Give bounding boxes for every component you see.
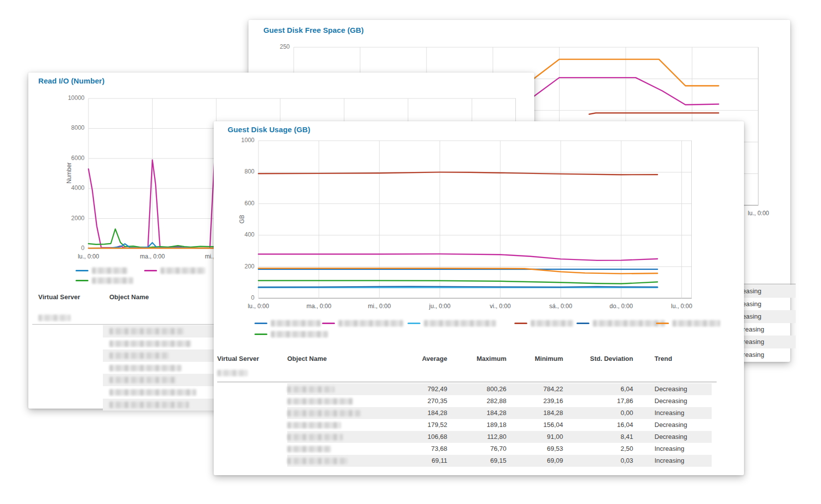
y-axis-tick: 250 xyxy=(267,43,290,50)
y-axis-tick: 8000 xyxy=(62,124,84,131)
column-header: Std. Deviation xyxy=(554,355,633,362)
legend-color-dash xyxy=(656,323,669,324)
redacted-legend-label xyxy=(593,320,665,327)
y-axis-tick: 10000 xyxy=(62,94,84,101)
redacted-object-name xyxy=(109,402,189,408)
legend-color-dash xyxy=(514,323,527,324)
legend-item xyxy=(408,320,496,327)
series-redacted-darkred xyxy=(589,113,719,114)
redacted-object-name xyxy=(287,446,331,452)
redacted-legend-label xyxy=(271,320,321,327)
trend-value: Increasing xyxy=(655,445,684,452)
redacted-legend-label xyxy=(92,267,128,274)
disk-usage-chart: 10008006004002000lu., 0:00ma., 0:00mi., … xyxy=(258,141,692,298)
y-axis-title: Number xyxy=(66,163,73,184)
data-table-row: 69,1169,1569,090,03Increasing xyxy=(287,455,712,467)
std_deviation-value: 2,50 xyxy=(578,445,633,452)
card-guest-disk-usage: Guest Disk Usage (GB) 10008006004002000l… xyxy=(214,121,744,475)
minimum-value: 69,09 xyxy=(508,457,563,464)
minimum-value: 784,22 xyxy=(508,385,563,393)
x-axis-tick: lu., 0:00 xyxy=(658,303,706,310)
minimum-value: 184,28 xyxy=(508,409,563,417)
column-header: Object Name xyxy=(287,355,327,362)
data-table-row: 792,49800,26784,226,04Decreasing xyxy=(287,383,712,395)
maximum-value: 76,70 xyxy=(452,445,506,452)
redacted-legend-label xyxy=(531,320,573,327)
card-title-disk-usage: Guest Disk Usage (GB) xyxy=(228,125,310,134)
legend-color-dash xyxy=(576,323,589,324)
legend-item xyxy=(76,277,134,284)
legend-item xyxy=(254,331,328,338)
trend-value: Increasing xyxy=(655,409,684,417)
y-axis-tick: 600 xyxy=(232,200,254,207)
legend-color-dash xyxy=(144,270,157,271)
data-table-row: 184,28184,28184,280,00Increasing xyxy=(287,407,712,419)
column-header: Trend xyxy=(655,355,672,362)
data-table-row: 106,68112,8091,008,41Decreasing xyxy=(287,431,712,443)
redacted-object-name xyxy=(109,328,184,335)
x-axis-tick: mi., 0:00 xyxy=(355,303,403,310)
x-axis-tick: ma., 0:00 xyxy=(295,303,343,310)
minimum-value: 69,53 xyxy=(508,445,563,452)
card-title-read-io: Read I/O (Number) xyxy=(38,77,104,85)
table-divider xyxy=(217,382,717,382)
maximum-value: 69,15 xyxy=(452,457,506,464)
redacted-object-name xyxy=(287,398,353,405)
x-axis-tick: ju., 0:00 xyxy=(416,303,464,310)
series-redacted-magenta xyxy=(513,78,719,105)
column-header: Object Name xyxy=(109,293,149,301)
std_deviation-value: 0,03 xyxy=(578,457,633,464)
average-value: 106,68 xyxy=(393,433,447,440)
maximum-value: 800,26 xyxy=(452,385,506,393)
redacted-object-name xyxy=(287,386,334,393)
legend-item xyxy=(514,320,574,327)
std_deviation-value: 0,00 xyxy=(578,409,633,417)
y-axis-tick: 0 xyxy=(62,245,84,252)
redacted-legend-label xyxy=(424,320,496,327)
x-axis-tick: do., 0:00 xyxy=(597,303,645,310)
legend-color-dash xyxy=(254,323,267,324)
y-axis-tick: 4000 xyxy=(62,184,84,191)
legend-item xyxy=(76,267,128,274)
legend-color-dash xyxy=(254,334,267,335)
redacted-object-name xyxy=(109,340,191,347)
average-value: 69,11 xyxy=(393,457,447,464)
redacted-object-name xyxy=(287,458,348,464)
series-redacted-orange xyxy=(513,59,719,85)
y-axis-tick: 800 xyxy=(232,168,254,175)
maximum-value: 184,28 xyxy=(452,409,506,417)
minimum-value: 239,16 xyxy=(508,397,563,405)
redacted-object-name xyxy=(109,389,196,396)
legend-color-dash xyxy=(408,323,420,324)
y-axis-title: GB xyxy=(239,215,246,223)
legend-color-dash xyxy=(76,280,88,281)
maximum-value: 112,80 xyxy=(452,433,506,440)
data-table-row: 270,35282,88239,1617,86Decreasing xyxy=(287,395,712,407)
redacted-object-name xyxy=(109,377,176,383)
y-axis-tick: 200 xyxy=(232,263,254,270)
redacted-legend-label xyxy=(271,331,328,337)
data-table-row: 179,52189,18156,0416,04Decreasing xyxy=(287,419,712,431)
legend-item xyxy=(322,320,404,327)
average-value: 270,35 xyxy=(393,397,447,405)
redacted-object-name xyxy=(287,422,341,428)
column-header: Virtual Server xyxy=(217,355,259,362)
redacted-legend-label xyxy=(161,267,205,274)
redacted-legend-label xyxy=(92,277,133,284)
dashboard-stage: Guest Disk Free Space (GB) 2502001501005… xyxy=(0,0,821,504)
series-redacted-magenta xyxy=(258,254,657,260)
redacted-virtual-server xyxy=(38,315,71,321)
redacted-object-name xyxy=(109,365,181,371)
std_deviation-value: 17,86 xyxy=(578,397,633,405)
maximum-value: 189,18 xyxy=(452,421,506,428)
redacted-object-name xyxy=(287,434,343,440)
trend-value: Decreasing xyxy=(655,385,687,393)
y-axis-tick: 2000 xyxy=(62,215,84,222)
card-title-free-space: Guest Disk Free Space (GB) xyxy=(263,26,364,34)
series-redacted-magenta xyxy=(88,160,222,248)
frontChart-plot-svg xyxy=(258,141,692,298)
std_deviation-value: 8,41 xyxy=(578,433,633,440)
series-redacted-darkred xyxy=(258,172,657,174)
minimum-value: 91,00 xyxy=(508,433,563,440)
legend-item xyxy=(576,320,665,327)
